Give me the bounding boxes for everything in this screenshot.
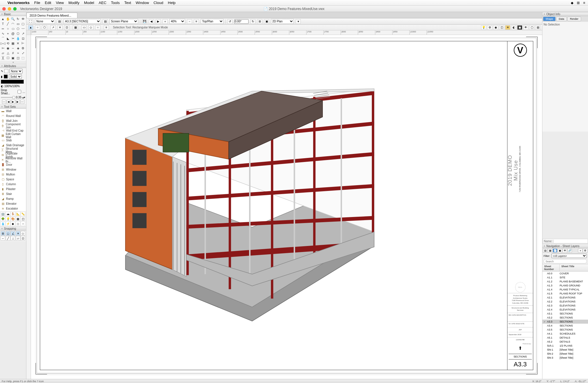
- tool-icon[interactable]: ☐: [6, 56, 10, 60]
- mode-option-icon[interactable]: ⊡: [64, 25, 69, 30]
- select-similar-icon[interactable]: ≈: [16, 51, 20, 55]
- polyline-tool-icon[interactable]: 〰: [21, 26, 25, 31]
- heliodon-icon[interactable]: ☀: [505, 25, 510, 30]
- toolset-item[interactable]: ▦Edit Curtain Wall: [0, 133, 26, 138]
- nav-viewports-icon[interactable]: ▣: [558, 249, 562, 253]
- shear-tool-icon[interactable]: ▱: [1, 51, 5, 55]
- mode-wall-icon[interactable]: ▦: [73, 25, 78, 30]
- fill-swatch[interactable]: [4, 75, 8, 79]
- menu-window[interactable]: Window: [136, 1, 149, 5]
- navigation-search-input[interactable]: [544, 259, 587, 263]
- drop-shadow-settings-icon[interactable]: …: [22, 90, 25, 93]
- clip-tool-icon[interactable]: ✂: [11, 36, 15, 41]
- toolset-item[interactable]: ◠Round Wall: [0, 114, 26, 118]
- palette-collapse-icon[interactable]: ▾: [0, 61, 26, 64]
- snap-working-plane-icon[interactable]: ▱: [16, 236, 20, 241]
- ruler-origin[interactable]: [26, 30, 31, 35]
- app-menu[interactable]: Vectorworks: [7, 1, 30, 5]
- menu-aec[interactable]: AEC: [99, 1, 106, 5]
- nav-classes-icon[interactable]: ▤: [543, 249, 548, 253]
- menu-file[interactable]: File: [34, 1, 40, 5]
- chamfer-tool-icon[interactable]: ◣: [6, 36, 10, 41]
- mode-lasso-icon[interactable]: ○: [35, 25, 40, 30]
- oval-tool-icon[interactable]: ⬭: [11, 26, 15, 31]
- light-toggle-icon[interactable]: 💡: [481, 25, 486, 30]
- bw-toggle-icon[interactable]: ◼: [517, 25, 522, 30]
- zoom-in-icon[interactable]: ＋: [163, 19, 168, 24]
- nav-options-icon[interactable]: ⚙: [583, 249, 587, 253]
- move-by-points-icon[interactable]: ↔: [11, 46, 15, 50]
- tray-icon[interactable]: ≡: [583, 1, 585, 5]
- mode-option-icon[interactable]: ◇: [88, 25, 93, 30]
- dims-notes-icon[interactable]: 📏: [21, 212, 25, 216]
- nav-sheet-layers-icon[interactable]: 📄: [553, 249, 557, 253]
- stack-layers-icon[interactable]: ≡: [194, 19, 199, 24]
- play-button[interactable]: ▶: [11, 100, 15, 104]
- menu-view[interactable]: View: [56, 1, 64, 5]
- line-tool-icon[interactable]: ╱: [6, 22, 10, 26]
- offset-tool-icon[interactable]: ⊡: [21, 36, 25, 41]
- drawing-canvas[interactable]: |100|50|0|50|100|150|200|250|300|350|400…: [26, 30, 542, 379]
- tool-icon[interactable]: ╳: [1, 56, 5, 60]
- vertical-ruler[interactable]: [26, 35, 31, 379]
- sheet-layer-row[interactable]: A1.1SITE: [542, 275, 588, 280]
- mode-option-icon[interactable]: ↗: [50, 25, 56, 30]
- visualization-icon[interactable]: 🎨: [11, 216, 15, 221]
- flyover-tool-icon[interactable]: ↻: [16, 17, 20, 21]
- tab-shape[interactable]: Shape: [543, 17, 556, 21]
- walls-icon[interactable]: ▦: [16, 216, 20, 221]
- symbol-insert-icon[interactable]: ◈: [16, 46, 20, 50]
- toolset-item[interactable]: ◢Ramp: [0, 196, 26, 201]
- close-button[interactable]: [2, 7, 6, 11]
- toolset-item[interactable]: ≋Escalator: [0, 206, 26, 211]
- mode-option-icon[interactable]: ○: [95, 25, 100, 30]
- object-info-header[interactable]: ×Object Info: [542, 12, 588, 16]
- rotation-angle-input[interactable]: [234, 19, 249, 24]
- toolbar-option-icon[interactable]: ▢: [529, 25, 534, 30]
- snap-object-icon[interactable]: ◻: [6, 231, 10, 236]
- save-view-icon[interactable]: 💾: [142, 19, 147, 24]
- category-icon[interactable]: ◇: [16, 221, 20, 226]
- zoom-button[interactable]: [13, 7, 17, 11]
- view-orientation-select[interactable]: Top/Plan: [201, 19, 224, 24]
- tab-render[interactable]: Render: [567, 17, 581, 21]
- minimize-button[interactable]: [8, 7, 11, 11]
- toolset-item[interactable]: ▭Slab: [0, 138, 26, 143]
- text-tool-icon[interactable]: T: [1, 22, 5, 26]
- unified-view-icon[interactable]: ▣: [264, 19, 269, 24]
- render-options-icon[interactable]: ▾: [296, 19, 301, 24]
- rotate-left-icon[interactable]: ↺: [227, 19, 233, 24]
- sheet-layer-row[interactable]: ✓A3.3SECTIONS: [542, 320, 588, 324]
- line-weight-slider[interactable]: [1, 97, 15, 98]
- toolset-item[interactable]: ╪Component Join: [0, 123, 26, 128]
- toolset-item[interactable]: ▯Column: [0, 182, 26, 187]
- mep-icon[interactable]: ⚡: [6, 221, 10, 226]
- sheet-layer-row[interactable]: A3.5SECTIONS: [542, 328, 588, 332]
- irrigation-icon[interactable]: 💧: [1, 221, 5, 226]
- layer-select[interactable]: A3.3 [SECTIONS]: [64, 19, 101, 24]
- fill-icon[interactable]: ▮: [1, 75, 3, 78]
- sheet-layer-row[interactable]: A1.2PLANS BASEMENT: [542, 280, 588, 284]
- snap-intersect-icon[interactable]: ✕: [16, 231, 20, 236]
- nav-saved-views-icon[interactable]: 👁: [562, 249, 567, 253]
- sheet-layer-row[interactable]: A3.2SECTIONS: [542, 316, 588, 320]
- circle-tool-icon[interactable]: ○: [6, 26, 10, 31]
- site-planning-icon[interactable]: ⛰: [6, 212, 10, 216]
- selection-tool-icon[interactable]: ▲: [1, 17, 5, 21]
- col-sheet-number[interactable]: Sheet Number: [542, 264, 560, 271]
- category-icon[interactable]: ○: [21, 221, 25, 226]
- snap-constraint-icon[interactable]: ⊡: [21, 236, 25, 241]
- toolset-item[interactable]: ⊞Window: [0, 167, 26, 172]
- stroke-swatch[interactable]: [4, 69, 8, 73]
- landmark-icon[interactable]: 🌳: [1, 216, 5, 221]
- fill-preview[interactable]: [1, 80, 24, 84]
- menu-tools[interactable]: Tools: [111, 1, 120, 5]
- 3d-model-icon[interactable]: ◫: [21, 216, 25, 221]
- menu-help[interactable]: Help: [168, 1, 176, 5]
- fillet-tool-icon[interactable]: ⌒: [1, 36, 5, 41]
- snap-smart-edge-icon[interactable]: ╱: [6, 236, 10, 241]
- tab-data[interactable]: Data: [556, 17, 567, 21]
- xray-icon[interactable]: ◐: [511, 25, 516, 30]
- double-line-tool-icon[interactable]: ═: [1, 26, 5, 31]
- tool-icon[interactable]: ▣: [11, 56, 15, 60]
